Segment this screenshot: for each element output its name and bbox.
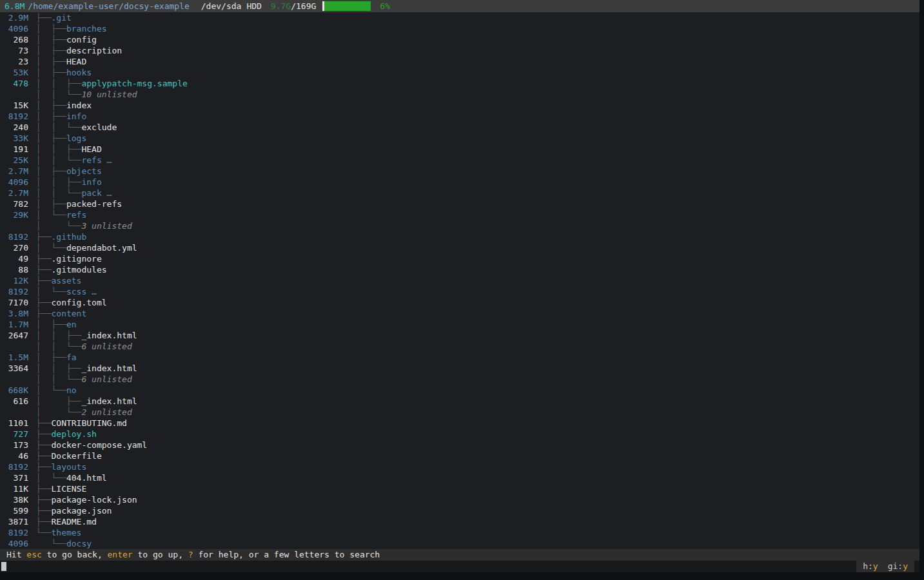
tree-row[interactable]: │ └──3 unlisted: [0, 220, 919, 231]
tree-row[interactable]: 2.7M│ ├──objects: [0, 166, 919, 177]
tree-row[interactable]: 478│ │ ├──applypatch-msg.sample: [0, 78, 919, 89]
status-text: for help, or a few letters to search: [193, 550, 380, 559]
disk-usage-gauge: [322, 1, 371, 11]
entry-size: 3871: [8, 516, 28, 527]
entry-size: 8192: [8, 111, 28, 122]
file-tree: 2.9M├──.git 4096│ ├──branches 268│ ├──co…: [0, 12, 919, 549]
entry-size: 73: [8, 45, 28, 56]
tree-branch-lines: │ ├──: [36, 100, 66, 111]
entry-size: 371: [8, 472, 28, 483]
tree-row[interactable]: 11K├──LICENSE: [0, 483, 919, 494]
tree-row[interactable]: 25K│ │ └──refs …: [0, 155, 919, 166]
tree-row[interactable]: │ │ └──10 unlisted: [0, 89, 919, 100]
entry-size: 46: [8, 450, 28, 461]
tree-row[interactable]: 616│ ├──_index.html: [0, 396, 919, 407]
entry-size: 3364: [8, 363, 28, 374]
tree-row[interactable]: 668K│ └──no: [0, 385, 919, 396]
tree-branch-lines: └──: [36, 538, 66, 549]
tree-row[interactable]: 191│ │ ├──HEAD: [0, 144, 919, 155]
tree-row[interactable]: 4096 └──docsy: [0, 538, 919, 549]
tree-row[interactable]: 371│ └──404.html: [0, 472, 919, 483]
tree-row[interactable]: 3.8M├──content: [0, 308, 919, 319]
tree-row[interactable]: 7170├──config.toml: [0, 297, 919, 308]
tree-row[interactable]: 2.7M│ │ └──pack …: [0, 188, 919, 198]
tree-row[interactable]: 8192└──themes: [0, 527, 919, 538]
tree-row[interactable]: 88├──.gitmodules: [0, 264, 919, 275]
entry-size: 4096: [8, 538, 28, 549]
tree-row[interactable]: 8192├──layouts: [0, 461, 919, 472]
flag-gi[interactable]: gi:y: [888, 561, 908, 572]
tree-row[interactable]: 12K├──assets: [0, 275, 919, 286]
tree-row[interactable]: 46├──Dockerfile: [0, 450, 919, 461]
tree-branch-lines: │ ├──: [36, 67, 66, 78]
tree-row[interactable]: 1101├──CONTRIBUTING.md: [0, 418, 919, 429]
search-input-line[interactable]: h:ygi:y: [0, 561, 919, 572]
tree-row[interactable]: 782│ ├──packed-refs: [0, 198, 919, 209]
tree-row[interactable]: 3364│ │ ├──_index.html: [0, 363, 919, 374]
tree-branch-lines: │ │ └──: [36, 188, 81, 198]
disk-used: 9.7G: [271, 1, 291, 11]
tree-branch-lines: │ │ └──: [36, 155, 81, 166]
tree-row[interactable]: 599├──package.json: [0, 505, 919, 516]
entry-size: [8, 341, 28, 352]
entry-name: Dockerfile: [51, 450, 101, 461]
tree-branch-lines: ├──: [36, 461, 51, 472]
entry-size: 616: [8, 396, 28, 407]
tree-row[interactable]: │ └──2 unlisted: [0, 407, 919, 418]
tree-row[interactable]: 240│ │ └──exclude: [0, 122, 919, 133]
tree-row[interactable]: 2647│ │ ├──_index.html: [0, 330, 919, 341]
entry-size: 478: [8, 78, 28, 89]
tree-branch-lines: ├──: [36, 264, 51, 275]
entry-size: [8, 89, 28, 100]
disk-percent: 6%: [380, 1, 390, 11]
entry-name: description: [66, 45, 122, 56]
tree-row[interactable]: 49├──.gitignore: [0, 253, 919, 264]
broot-terminal-window: 6.8M/home/example-user/docsy-example/dev…: [0, 0, 919, 572]
tree-row[interactable]: 38K├──package-lock.json: [0, 494, 919, 505]
tree-row[interactable]: 4096│ │ ├──info: [0, 177, 919, 188]
tree-row[interactable]: 29K│ └──refs: [0, 209, 919, 220]
tree-row[interactable]: 3871├──README.md: [0, 516, 919, 527]
entry-size: 11K: [8, 483, 28, 494]
tree-row[interactable]: 53K│ ├──hooks: [0, 67, 919, 78]
tree-row[interactable]: 8192│ ├──info: [0, 111, 919, 122]
entry-name: CONTRIBUTING.md: [51, 418, 126, 429]
entry-size: 8192: [8, 231, 28, 242]
entry-name: package.json: [51, 505, 112, 516]
entry-name: hooks: [66, 67, 92, 78]
tree-branch-lines: │ ├──: [36, 198, 66, 209]
flag-h[interactable]: h:y: [863, 561, 878, 572]
tree-row[interactable]: 270│ └──dependabot.yml: [0, 242, 919, 253]
tree-row[interactable]: 73│ ├──description: [0, 45, 919, 56]
tree-row[interactable]: │ │ └──6 unlisted: [0, 374, 919, 385]
tree-row[interactable]: 268│ ├──config: [0, 34, 919, 45]
entry-size: 4096: [8, 23, 28, 34]
status-key-hint: esc: [26, 550, 41, 559]
entry-name: info: [66, 111, 86, 122]
tree-branch-lines: └──: [36, 527, 51, 538]
tree-row[interactable]: 23│ ├──HEAD: [0, 56, 919, 67]
tree-row[interactable]: 1.5M│ ├──fa: [0, 352, 919, 363]
tree-row[interactable]: 727├──deploy.sh: [0, 429, 919, 440]
tree-row[interactable]: 4096│ ├──branches: [0, 23, 919, 34]
entry-size: 1.5M: [8, 352, 28, 363]
flag-label: h:: [863, 561, 873, 571]
tree-row[interactable]: 8192├──.github: [0, 231, 919, 242]
tree-row[interactable]: 8192│ └──scss …: [0, 286, 919, 297]
entry-name: 6 unlisted: [81, 374, 132, 385]
tree-branch-lines: │ └──: [36, 242, 66, 253]
tree-row[interactable]: 173├──docker-compose.yaml: [0, 440, 919, 450]
tree-row[interactable]: 1.7M│ ├──en: [0, 319, 919, 330]
entry-name: README.md: [51, 516, 96, 527]
mode-flags[interactable]: h:ygi:y: [856, 561, 914, 572]
current-path[interactable]: /home/example-user/docsy-example: [28, 1, 189, 11]
tree-branch-lines: │ │ ├──: [36, 330, 81, 341]
tree-branch-lines: │ ├──: [36, 23, 66, 34]
entry-size: 53K: [8, 67, 28, 78]
entry-size: 727: [8, 429, 28, 440]
tree-branch-lines: │ └──: [36, 286, 66, 297]
tree-row[interactable]: 2.9M├──.git: [0, 12, 919, 23]
tree-row[interactable]: 15K│ ├──index: [0, 100, 919, 111]
tree-row[interactable]: 33K│ ├──logs: [0, 133, 919, 144]
tree-row[interactable]: │ │ └──6 unlisted: [0, 341, 919, 352]
